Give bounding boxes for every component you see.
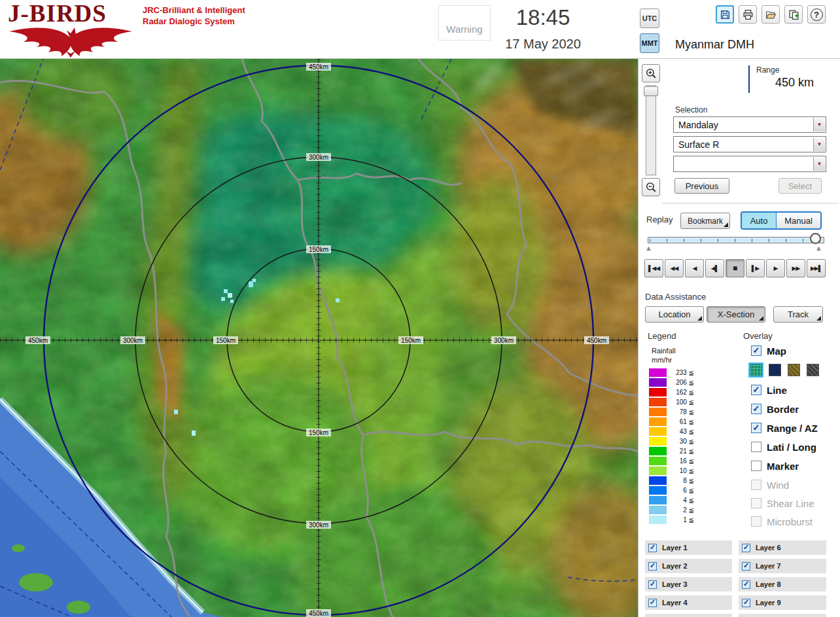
checkbox[interactable] — [751, 442, 761, 452]
x-section-button[interactable]: X-Section — [707, 306, 765, 323]
layer-row[interactable]: ✓ Layer 3 — [645, 577, 732, 591]
legend-value: 61 ≦ — [670, 418, 694, 425]
overlay-item-range-az[interactable]: ✓ Range / AZ — [751, 421, 818, 434]
layer-row[interactable]: ✓ Layer 4 — [645, 595, 732, 610]
slider-start-marker-icon[interactable]: ▲ — [645, 245, 652, 252]
product-dropdown[interactable]: Surface R ▼ — [673, 136, 826, 152]
legend-color-swatch — [649, 368, 667, 377]
resize-grip-icon — [759, 316, 763, 321]
overlay-item-lati-long[interactable]: Lati / Long — [751, 440, 816, 453]
checkbox[interactable]: ✓ — [751, 345, 761, 356]
checkbox[interactable]: ✓ — [751, 404, 761, 414]
play-reverse-button[interactable]: ◀ — [685, 259, 704, 277]
layer-row[interactable]: ✓ Layer 6 — [739, 540, 826, 555]
layer-checkbox[interactable]: ✓ — [742, 562, 750, 571]
map-style-swatch-4[interactable] — [807, 364, 819, 376]
bookmark-button[interactable]: Bookmark — [680, 213, 730, 229]
skip-to-start-button[interactable]: ▌◀◀ — [644, 259, 663, 277]
utc-toggle-button[interactable]: UTC — [640, 9, 659, 28]
play-button[interactable]: ▶ — [766, 259, 785, 277]
map-style-swatches — [750, 364, 819, 376]
skip-to-end-button[interactable]: ▶▶▌ — [807, 259, 826, 277]
chevron-down-icon[interactable]: ▼ — [813, 137, 825, 151]
mmt-toggle-button[interactable]: MMT — [640, 33, 659, 53]
legend-value: 16 ≦ — [670, 457, 694, 465]
location-button[interactable]: Location — [645, 306, 704, 323]
resize-grip-icon — [724, 222, 728, 227]
slider-end-marker-icon[interactable]: ▲ — [815, 245, 822, 252]
legend-value: 206 ≦ — [670, 379, 694, 386]
overlay-item-marker[interactable]: Marker — [751, 459, 799, 472]
layer-checkbox[interactable]: ✓ — [648, 599, 657, 607]
layer-row[interactable]: ✓ Layer 9 — [739, 595, 826, 610]
save-button[interactable] — [716, 5, 734, 24]
layer-row[interactable] — [739, 614, 826, 617]
slider-ticks — [650, 239, 822, 242]
print-button[interactable] — [739, 5, 757, 24]
checkbox[interactable]: ✓ — [751, 423, 761, 433]
previous-button[interactable]: Previous — [674, 178, 729, 194]
auto-mode-button[interactable]: Auto — [742, 213, 776, 228]
layer-checkbox[interactable]: ✓ — [742, 599, 750, 607]
warning-indicator[interactable]: Warning — [438, 5, 491, 41]
layer-row[interactable]: ✓ Layer 1 — [645, 540, 732, 555]
layer-checkbox[interactable]: ✓ — [742, 544, 750, 552]
stop-button[interactable]: ■ — [726, 259, 744, 277]
site-dropdown[interactable]: Mandalay ▼ — [673, 116, 826, 133]
overlay-item-map[interactable]: ✓ Map — [751, 344, 786, 357]
layer-row[interactable]: ✓ Layer 2 — [645, 559, 732, 573]
zoom-in-button[interactable] — [642, 64, 660, 82]
export-button[interactable] — [784, 5, 803, 24]
app-window: J-BIRDS JRC-Brilliant & Intelligent Rada… — [0, 0, 840, 617]
help-button[interactable]: ? — [807, 5, 826, 24]
step-back-button[interactable]: ◀▌ — [705, 259, 724, 277]
step-forward-button[interactable]: ▌▶ — [746, 259, 765, 277]
zoom-slider-track[interactable] — [646, 85, 656, 175]
legend-value: 100 ≦ — [670, 398, 694, 406]
checkbox[interactable] — [751, 461, 761, 471]
legend-color-swatch — [649, 437, 667, 446]
overlay-label: Border — [767, 404, 799, 415]
layer-checkbox[interactable]: ✓ — [648, 562, 657, 571]
radar-map[interactable]: 450km 300km 150km 150km 300km 450km 450k… — [0, 59, 638, 617]
chevron-down-icon[interactable]: ▼ — [813, 157, 825, 171]
option-dropdown[interactable]: ▼ — [673, 156, 826, 172]
zoom-slider-thumb[interactable] — [644, 86, 658, 96]
overlay-item-line[interactable]: ✓ Line — [751, 383, 787, 397]
replay-slider-thumb[interactable] — [810, 233, 821, 244]
legend-value: 4 ≦ — [670, 497, 694, 504]
track-button[interactable]: Track — [773, 306, 823, 323]
legend-row: 78 ≦ — [649, 407, 694, 417]
layer-row[interactable]: ✓ Layer 8 — [739, 577, 826, 591]
fast-forward-button[interactable]: ▶▶ — [786, 259, 805, 277]
select-button[interactable]: Select — [779, 178, 822, 194]
layer-row[interactable]: ✓ Layer 7 — [739, 559, 826, 573]
manual-mode-button[interactable]: Manual — [776, 213, 820, 228]
mmt-label: MMT — [641, 39, 657, 47]
checkbox[interactable]: ✓ — [751, 385, 761, 395]
control-panel: Range 450 km Selection Mandalay ▼ Surfac… — [638, 59, 840, 617]
zoom-out-icon — [645, 181, 657, 193]
map-style-swatch-1[interactable] — [750, 364, 762, 376]
overlay-item-border[interactable]: ✓ Border — [751, 402, 799, 415]
check-icon: ✓ — [650, 599, 656, 606]
fast-rewind-button[interactable]: ◀◀ — [665, 259, 684, 277]
map-style-swatch-2[interactable] — [769, 364, 781, 376]
legend-value: 8 ≦ — [670, 477, 694, 484]
open-file-button[interactable] — [761, 5, 780, 24]
legend-row: 30 ≦ — [649, 436, 694, 446]
replay-timeline-slider[interactable] — [648, 237, 824, 243]
legend-row: 2 ≦ — [649, 505, 694, 515]
chevron-down-icon[interactable]: ▼ — [813, 118, 825, 132]
map-style-swatch-3[interactable] — [788, 364, 800, 376]
layer-row[interactable] — [645, 614, 732, 617]
layer-label: Layer 7 — [756, 562, 781, 570]
layer-checkbox[interactable]: ✓ — [648, 544, 657, 552]
zoom-out-button[interactable] — [642, 178, 660, 196]
layer-checkbox[interactable]: ✓ — [648, 580, 657, 589]
legend-row: 162 ≦ — [649, 387, 694, 397]
legend-row: 21 ≦ — [649, 446, 694, 456]
resize-grip-icon — [816, 316, 821, 321]
check-icon: ✓ — [650, 544, 656, 551]
layer-checkbox[interactable]: ✓ — [742, 580, 750, 589]
